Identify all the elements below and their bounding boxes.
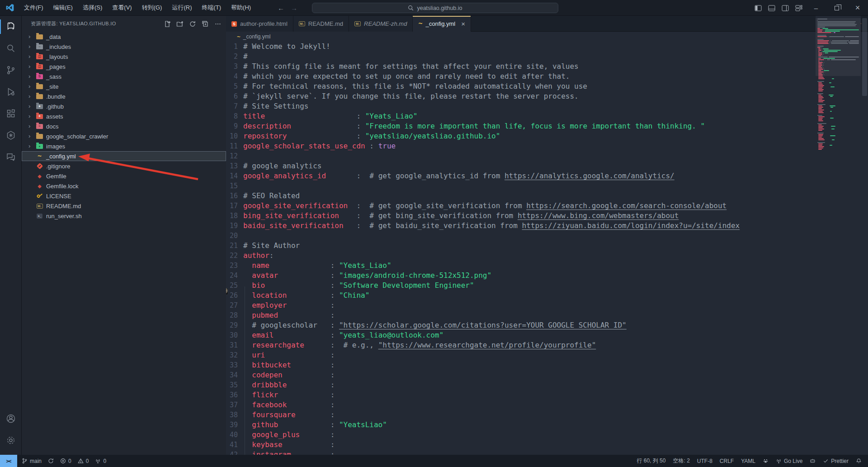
activity-settings-icon[interactable] [0,429,22,451]
status-left-main[interactable]: main [22,458,42,464]
nav-forward-button[interactable]: → [291,4,297,12]
tree-item-.bundle[interactable]: ›.bundle [22,91,226,101]
code-link[interactable]: https://search.google.com/search-console… [526,201,726,210]
activity-chat-icon[interactable] [0,146,22,168]
tree-item-assets[interactable]: ›✦assets [22,111,226,121]
status-left-0[interactable]: 0 [60,458,71,464]
tree-item-Gemfile[interactable]: ◆Gemfile [22,171,226,181]
nav-back-button[interactable]: ← [278,4,284,12]
activity-account-icon[interactable] [0,408,22,429]
code-line-6: 6# `jekyll serve`. If you change this fi… [226,91,868,101]
activity-search-icon[interactable] [0,38,22,59]
code-link[interactable]: "https://scholar.google.com/citations?us… [339,321,627,329]
code-line-36: 36 flickr : [226,390,868,400]
tab-author-profile.html[interactable]: 5author-profile.html [226,16,293,32]
menu-item-0[interactable]: 文件(F) [20,2,47,14]
tree-item-docs[interactable]: ›≡docs [22,121,226,131]
tree-item-Gemfile.lock[interactable]: ◆Gemfile.lock [22,181,226,191]
tree-item-_includes[interactable]: ›–_includes [22,42,226,52]
new-folder-button[interactable] [175,19,184,29]
minimap-line [823,48,829,49]
toggle-panel-icon[interactable] [765,0,778,16]
code-link[interactable]: https://ziyuan.baidu.com/login/index?u=/… [522,221,740,230]
status-left-sync[interactable] [48,458,54,464]
code-token: "Freedom is more important than life, fo… [365,122,705,130]
breadcrumb[interactable]: ~ _config.yml [226,32,868,42]
refresh-button[interactable] [188,19,197,29]
file-label: .bundle [46,93,66,100]
tree-item-google_scholar_crawler[interactable]: ›google_scholar_crawler [22,131,226,141]
tree-item-_site[interactable]: ›_site [22,81,226,91]
menu-item-5[interactable]: 运行(R) [168,2,196,14]
status-right-UTF-8[interactable]: UTF-8 [697,458,712,464]
code-line-28: 28 pubmed : [226,310,868,320]
status-right-bell[interactable] [856,458,862,464]
line-number: 37 [226,400,238,410]
menu-item-6[interactable]: 终端(T) [198,2,225,14]
tree-item-images[interactable]: ›▲images [22,141,226,151]
close-button[interactable]: × [847,0,868,16]
tree-item-_pages[interactable]: ›◫_pages [22,62,226,71]
collapse-all-button[interactable] [200,19,210,29]
code-line-12: 12 [226,151,868,161]
activity-live-server-icon[interactable] [0,124,22,146]
minimap[interactable] [816,16,861,455]
minimize-button[interactable]: – [806,0,826,16]
remote-indicator[interactable]: >< [0,455,17,467]
scrollbar-thumb[interactable] [862,18,867,96]
tree-item-_config.yml[interactable]: ~_config.yml [22,151,226,161]
code-line-37: 37 facebook : [226,400,868,410]
code-link[interactable]: https://www.bing.com/webmasters/about [518,211,679,220]
activity-source-control-icon[interactable] [0,59,22,81]
tab-README-zh.md[interactable]: M↓README-zh.md [349,16,413,32]
code-line-7: 7# Site Settings [226,101,868,111]
status-right-YAML[interactable]: YAML [741,458,755,464]
minimap-line [818,99,822,100]
tree-item-README.md[interactable]: M↓README.md [22,201,226,211]
status-right-Go Live[interactable]: Go Live [776,458,802,464]
tab-_config.yml[interactable]: ~_config.yml× [413,16,471,32]
close-tab-icon[interactable]: × [461,20,465,28]
activity-run-debug-icon[interactable] [0,81,22,103]
status-left-0[interactable]: 0 [95,458,106,464]
tree-item-_data[interactable]: ›_data [22,32,226,42]
menu-item-7[interactable]: 帮助(H) [227,2,255,14]
minimap-line [823,63,823,64]
menu-item-3[interactable]: 查看(V) [108,2,136,14]
new-file-button[interactable] [162,19,172,29]
minimap-line [818,85,824,86]
activity-extensions-icon[interactable] [0,103,22,124]
status-right-paw[interactable] [763,458,769,464]
minimap-line [817,81,824,82]
status-left-0[interactable]: 0 [78,458,89,464]
tree-item-_sass[interactable]: ›S_sass [22,71,226,81]
tree-item-LICENSE[interactable]: LICENSE [22,191,226,201]
minimap-line [818,145,822,146]
menu-item-2[interactable]: 选择(S) [79,2,106,14]
tree-item-.gitignore[interactable]: .gitignore [22,161,226,171]
toggle-secondary-sidebar-icon[interactable] [778,0,792,16]
status-right-CRLF[interactable]: CRLF [720,458,734,464]
status-right-空格: 2[interactable]: 空格: 2 [673,457,689,465]
activity-explorer-icon[interactable] [0,16,22,38]
restore-button[interactable] [826,0,847,16]
menu-item-4[interactable]: 转到(G) [138,2,166,14]
command-center-search[interactable]: yeatsliao.github.io [312,3,558,13]
more-button[interactable] [213,19,222,29]
minimap-line [817,19,827,19]
code-link[interactable]: "https://www.researchgate.net/profile/yo… [378,341,596,349]
tab-README.md[interactable]: M↓README.md [293,16,349,32]
customize-layout-icon[interactable] [792,0,806,16]
tree-item-run_server.sh[interactable]: >_run_server.sh [22,211,226,221]
status-right-Prettier[interactable]: Prettier [823,458,849,464]
status-right-robot[interactable] [810,458,816,464]
menu-item-1[interactable]: 编辑(E) [49,2,77,14]
tree-item-.github[interactable]: ›●.github [22,101,226,111]
code-link[interactable]: https://analytics.google.com/analytics/ [505,172,675,180]
status-right-行 60, 列 50[interactable]: 行 60, 列 50 [637,457,665,465]
tree-item-_layouts[interactable]: ›◫_layouts [22,52,226,62]
code-token: : [296,410,335,419]
code-editor[interactable]: 1# Welcome to Jekyll!2#3# This config fi… [226,42,868,455]
toggle-sidebar-icon[interactable] [751,0,765,16]
minimap-line [829,82,832,83]
